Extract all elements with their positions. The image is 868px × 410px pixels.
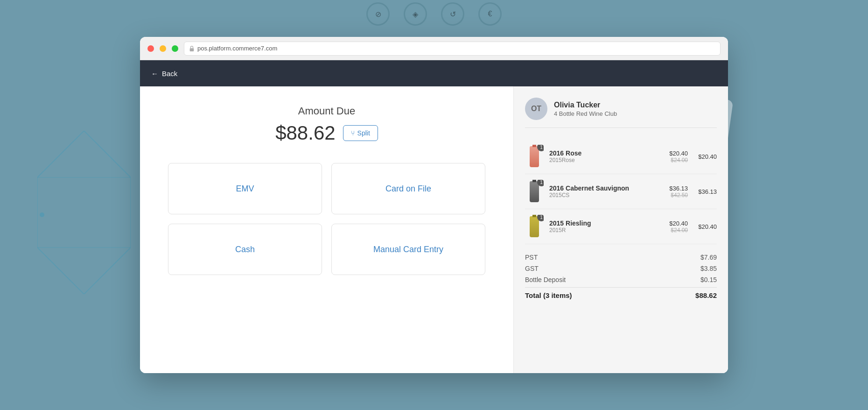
browser-chrome: pos.platform.commerce7.com — [140, 37, 728, 60]
customer-name: Olivia Tucker — [554, 101, 617, 109]
gst-value: $3.85 — [700, 265, 717, 272]
totals-section: PST $7.69 GST $3.85 Bottle Deposit $0.15… — [525, 252, 717, 301]
order-item-cab: 1 2016 Cabernet Sauvignon 2015CS $36.13 … — [525, 174, 717, 209]
amount-row: $88.62 ⑂ Split — [275, 122, 378, 144]
pst-label: PST — [525, 254, 538, 261]
emv-label: EMV — [236, 184, 254, 194]
traffic-light-red[interactable] — [147, 45, 154, 52]
total-value: $88.62 — [695, 291, 717, 299]
browser-window: pos.platform.commerce7.com ← Back Amount… — [140, 37, 728, 373]
left-panel: Amount Due $88.62 ⑂ Split EMV Card on Fi… — [140, 86, 513, 373]
item-name-cab: 2016 Cabernet Sauvignon — [549, 184, 664, 192]
customer-info: Olivia Tucker 4 Bottle Red Wine Club — [554, 101, 617, 117]
item-unit-price-cab: $36.13 — [669, 185, 688, 192]
item-unit-price-rose: $20.40 — [669, 150, 688, 157]
item-sku-rose: 2015Rose — [549, 157, 664, 163]
item-details-cab: 2016 Cabernet Sauvignon 2015CS — [549, 184, 664, 198]
svg-point-3 — [40, 212, 44, 217]
right-panel: OT Olivia Tucker 4 Bottle Red Wine Club … — [513, 86, 728, 373]
item-thumb-riesling: 1 — [525, 215, 544, 238]
amount-section: Amount Due $88.62 ⑂ Split — [275, 105, 378, 144]
deposit-value: $0.15 — [700, 276, 717, 283]
totals-row-pst: PST $7.69 — [525, 252, 717, 263]
manual-card-entry-button[interactable]: Manual Card Entry — [331, 224, 485, 275]
deposit-label: Bottle Deposit — [525, 276, 566, 283]
bg-icon-2: ◈ — [404, 2, 427, 26]
customer-club: 4 Bottle Red Wine Club — [554, 110, 617, 117]
item-original-price-riesling: $24.00 — [669, 227, 688, 233]
address-bar[interactable]: pos.platform.commerce7.com — [184, 42, 721, 56]
manual-card-entry-label: Manual Card Entry — [373, 245, 443, 254]
item-sku-cab: 2015CS — [549, 192, 664, 198]
main-content: Amount Due $88.62 ⑂ Split EMV Card on Fi… — [140, 86, 728, 373]
item-details-riesling: 2015 Riesling 2015R — [549, 219, 664, 233]
payment-grid: EMV Card on File Cash Manual Card Entry — [168, 163, 485, 275]
nav-bar: ← Back — [140, 60, 728, 86]
item-total-riesling: $20.40 — [693, 223, 717, 230]
totals-row-total: Total (3 items) $88.62 — [525, 287, 717, 301]
back-arrow-icon: ← — [151, 70, 158, 78]
totals-row-gst: GST $3.85 — [525, 263, 717, 274]
customer-header: OT Olivia Tucker 4 Bottle Red Wine Club — [525, 98, 717, 128]
totals-row-deposit: Bottle Deposit $0.15 — [525, 274, 717, 285]
address-text: pos.platform.commerce7.com — [197, 45, 277, 52]
card-on-file-button[interactable]: Card on File — [331, 163, 485, 214]
total-label: Total (3 items) — [525, 291, 572, 299]
order-item-riesling: 1 2015 Riesling 2015R $20.40 $24.00 $20.… — [525, 209, 717, 244]
amount-label: Amount Due — [275, 105, 378, 117]
amount-value: $88.62 — [275, 122, 335, 144]
bg-icon-1: ⊘ — [366, 2, 390, 26]
split-label: Split — [357, 129, 370, 137]
cash-button[interactable]: Cash — [168, 224, 322, 275]
bg-icon-4: € — [478, 2, 502, 26]
item-total-rose: $20.40 — [693, 153, 717, 160]
order-item-rose: 1 2016 Rose 2015Rose $20.40 $24.00 $20.4… — [525, 139, 717, 174]
order-items: 1 2016 Rose 2015Rose $20.40 $24.00 $20.4… — [525, 139, 717, 244]
back-label: Back — [162, 70, 177, 78]
item-name-rose: 2016 Rose — [549, 149, 664, 157]
gst-label: GST — [525, 265, 539, 272]
item-thumb-rose: 1 — [525, 145, 544, 168]
emv-button[interactable]: EMV — [168, 163, 322, 214]
svg-rect-4 — [190, 48, 194, 51]
back-button[interactable]: ← Back — [151, 70, 177, 78]
split-button[interactable]: ⑂ Split — [343, 125, 378, 141]
split-icon: ⑂ — [351, 129, 355, 137]
item-name-riesling: 2015 Riesling — [549, 219, 664, 227]
avatar: OT — [525, 98, 547, 120]
item-original-price-rose: $24.00 — [669, 157, 688, 163]
item-prices-rose: $20.40 $24.00 — [669, 150, 688, 163]
bg-top-icons: ⊘ ◈ ↺ € — [366, 2, 502, 26]
bg-icon-3: ↺ — [441, 2, 464, 26]
item-unit-price-riesling: $20.40 — [669, 220, 688, 227]
item-total-cab: $36.13 — [693, 188, 717, 195]
cash-label: Cash — [235, 245, 255, 254]
item-prices-cab: $36.13 $42.50 — [669, 185, 688, 198]
traffic-light-yellow[interactable] — [160, 45, 166, 52]
item-sku-riesling: 2015R — [549, 227, 664, 233]
lock-icon — [189, 46, 195, 51]
left-geo-decor — [37, 131, 131, 294]
svg-marker-0 — [37, 131, 131, 294]
pst-value: $7.69 — [700, 254, 717, 261]
item-prices-riesling: $20.40 $24.00 — [669, 220, 688, 233]
item-details-rose: 2016 Rose 2015Rose — [549, 149, 664, 163]
traffic-light-green[interactable] — [172, 45, 178, 52]
item-original-price-cab: $42.50 — [669, 192, 688, 198]
card-on-file-label: Card on File — [385, 184, 431, 194]
item-thumb-cab: 1 — [525, 180, 544, 203]
